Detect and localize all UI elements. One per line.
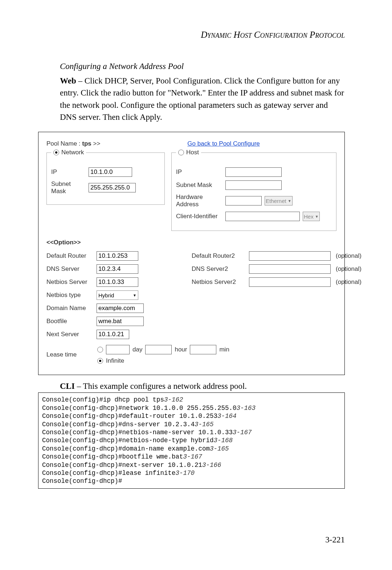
optional-note: (optional) bbox=[336, 252, 362, 260]
netbios-type-label: Netbios type bbox=[46, 292, 94, 299]
cli-line: Console(config-dhcp)#netbios-node-type h… bbox=[42, 436, 341, 444]
day-label: day bbox=[132, 346, 142, 353]
chevron-down-icon: ▼ bbox=[133, 293, 136, 297]
domain-label: Domain Name bbox=[46, 305, 94, 312]
cli-line: Console(config)#ip dhcp pool tps3-162 bbox=[42, 396, 341, 404]
cli-line: Console(config-dhcp)# bbox=[42, 477, 341, 485]
pool-name: Pool Name : tps >> bbox=[46, 140, 100, 147]
network-ip-input[interactable] bbox=[89, 167, 132, 177]
bootfile-label: Bootfile bbox=[46, 318, 94, 325]
lease-day-input[interactable] bbox=[106, 345, 130, 354]
lease-hour-input[interactable] bbox=[145, 345, 172, 354]
host-legend[interactable]: Host bbox=[176, 149, 201, 156]
netbios-type-select[interactable]: Hybrid▼ bbox=[97, 290, 138, 300]
cli-line: Console(config-dhcp)#netbios-name-server… bbox=[42, 428, 341, 436]
lease-infinite-radio[interactable] bbox=[97, 358, 103, 364]
nextserver-label: Next Server bbox=[46, 331, 94, 338]
nextserver-input[interactable] bbox=[97, 330, 129, 339]
cid-label: Client-Identifier bbox=[176, 213, 222, 220]
cli-line: Console(config-dhcp)#domain-name example… bbox=[42, 445, 341, 453]
netbios2-input[interactable] bbox=[249, 277, 331, 287]
cid-mode-select[interactable]: Hex▼ bbox=[303, 212, 320, 221]
optional-note: (optional) bbox=[336, 265, 362, 273]
option-header: <<Option>> bbox=[46, 239, 336, 246]
cli-line: Console(config-dhcp)#next-server 10.1.0.… bbox=[42, 461, 341, 469]
page-number: 3-221 bbox=[325, 535, 345, 545]
hw-addr-label: Hardware Address bbox=[176, 194, 222, 208]
lease-time-radio[interactable] bbox=[97, 347, 103, 353]
pool-name-suffix: >> bbox=[91, 140, 101, 147]
network-radio-icon[interactable] bbox=[53, 150, 59, 155]
host-legend-text: Host bbox=[186, 149, 199, 156]
hw-type-value: Ethernet bbox=[266, 198, 286, 204]
chevron-down-icon: ▼ bbox=[315, 215, 319, 219]
cli-intro-text: – This example configures a network addr… bbox=[75, 382, 247, 391]
default-router2-input[interactable] bbox=[249, 251, 331, 261]
lease-label: Lease time bbox=[46, 351, 94, 358]
pool-name-label: Pool Name : bbox=[46, 140, 82, 147]
host-ip-input[interactable] bbox=[225, 167, 282, 177]
host-mask-input[interactable] bbox=[225, 180, 282, 190]
cid-input[interactable] bbox=[225, 212, 300, 221]
network-mask-input[interactable] bbox=[89, 183, 136, 192]
network-fieldset: Network IP Subnet Mask bbox=[46, 152, 165, 205]
cli-line: Console(config-dhcp)#default-router 10.1… bbox=[42, 412, 341, 420]
cli-line: Console(config-dhcp)#network 10.1.0.0 25… bbox=[42, 404, 341, 412]
dhcp-pool-panel: Pool Name : tps >> Go back to Pool Confi… bbox=[38, 132, 345, 375]
host-mask-label: Subnet Mask bbox=[176, 182, 222, 189]
optional-note: (optional) bbox=[336, 278, 362, 286]
cli-line: Console(config-dhcp)#dns-server 10.2.3.4… bbox=[42, 420, 341, 428]
body-text: – Click DHCP, Server, Pool Configuration… bbox=[60, 76, 344, 122]
cli-intro: CLI – This example configures a network … bbox=[60, 382, 345, 391]
body-paragraph: Web – Click DHCP, Server, Pool Configura… bbox=[60, 75, 345, 123]
chapter-title: Dynamic Host Configuration Protocol bbox=[60, 30, 345, 40]
host-fieldset: Host IP Subnet Mask Hardware Address Eth… bbox=[171, 152, 336, 231]
body-prefix: Web bbox=[60, 76, 76, 85]
hour-label: hour bbox=[175, 346, 187, 353]
go-back-link[interactable]: Go back to Pool Configure bbox=[187, 140, 260, 147]
subnet-label: Subnet Mask bbox=[51, 180, 86, 195]
domain-input[interactable] bbox=[97, 304, 144, 313]
netbios-input[interactable] bbox=[97, 277, 138, 287]
network-legend-text: Network bbox=[61, 149, 84, 156]
ip-label: IP bbox=[51, 168, 86, 176]
network-legend[interactable]: Network bbox=[51, 149, 86, 156]
dns2-input[interactable] bbox=[249, 264, 331, 274]
lease-min-input[interactable] bbox=[190, 345, 216, 354]
cli-prefix: CLI bbox=[60, 382, 75, 391]
dns-label: DNS Server bbox=[46, 265, 94, 273]
cli-output: Console(config)#ip dhcp pool tps3-162Con… bbox=[38, 392, 345, 488]
netbios2-label: Netbios Server2 bbox=[192, 278, 246, 286]
section-title: Configuring a Network Address Pool bbox=[60, 62, 345, 71]
pool-name-value: tps bbox=[82, 140, 91, 147]
infinite-label: Infinite bbox=[106, 357, 124, 365]
chevron-down-icon: ▼ bbox=[288, 199, 291, 203]
hw-type-select[interactable]: Ethernet▼ bbox=[265, 196, 293, 205]
cli-line: Console(config-dhcp)#lease infinite3-170 bbox=[42, 469, 341, 477]
bootfile-input[interactable] bbox=[97, 317, 144, 326]
default-router-input[interactable] bbox=[97, 251, 138, 261]
netbios-label: Netbios Server bbox=[46, 278, 94, 286]
netbios-type-value: Hybrid bbox=[98, 292, 114, 298]
default-router2-label: Default Router2 bbox=[192, 252, 246, 260]
dns-input[interactable] bbox=[97, 264, 138, 274]
hw-addr-input[interactable] bbox=[225, 196, 262, 205]
default-router-label: Default Router bbox=[46, 252, 94, 260]
dns2-label: DNS Server2 bbox=[192, 265, 246, 273]
cid-mode-value: Hex bbox=[304, 213, 314, 220]
min-label: min bbox=[219, 346, 229, 353]
host-ip-label: IP bbox=[176, 168, 222, 176]
cli-line: Console(config-dhcp)#bootfile wme.bat3-1… bbox=[42, 453, 341, 461]
host-radio-icon[interactable] bbox=[178, 150, 184, 155]
